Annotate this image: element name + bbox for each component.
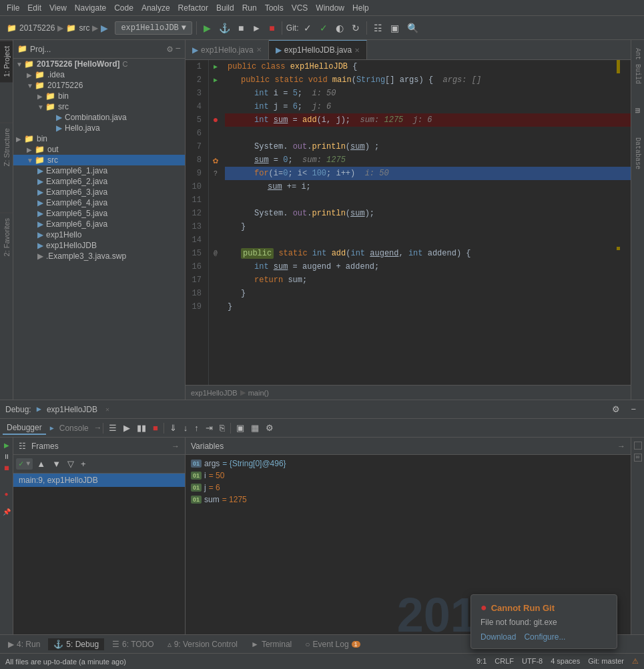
run-to-cursor-btn[interactable]: ⇥ [203,422,216,434]
tree-hello[interactable]: ▶ ▶ Hello.java [13,123,185,133]
status-line-sep[interactable]: CRLF [495,657,514,666]
layout-btn[interactable]: ▦ [248,422,262,434]
database-tab[interactable]: Database [633,132,643,175]
debug-bottom-tab[interactable]: ⚓ 5: Debug [48,638,104,650]
var-j[interactable]: 01 j = 6 [186,482,631,494]
git-update-button[interactable]: ✓ [301,21,314,35]
git-download-link[interactable]: Download [480,632,516,642]
tree-out[interactable]: ▶ 📁 out [13,144,185,155]
watches-btn[interactable]: ▣ [234,422,247,434]
git-configure-link[interactable]: Configure... [524,632,565,642]
terminal-button[interactable]: ▣ [388,21,402,35]
stop-debug-btn[interactable]: ■ [150,422,161,434]
run-button[interactable]: ▶ [201,21,214,35]
coverage-button[interactable]: ■ [236,21,246,35]
frame-add-btn[interactable]: + [78,458,89,470]
debug-pause2-btn[interactable]: ⏸ [1,452,13,462]
debug-minimize-btn[interactable]: − [628,403,639,416]
console-arrow-icon[interactable]: → [95,424,100,433]
menu-vcs[interactable]: VCS [288,2,312,14]
var-i[interactable]: 01 i = 50 [186,470,631,482]
menu-refactor[interactable]: Refactor [174,2,212,14]
tree-exp1hellojdb[interactable]: ▶ exp1HelloJDB [13,240,185,251]
pause-btn[interactable]: ▮▮ [134,422,149,434]
tree-exp1hello[interactable]: ▶ exp1Hello [13,229,185,240]
structure-tab[interactable]: Z: Structure [0,122,13,171]
src-label[interactable]: src [79,23,89,33]
menu-window[interactable]: Window [312,2,348,14]
menu-tools[interactable]: Tools [261,2,288,14]
menu-build[interactable]: Build [212,2,238,14]
panel-settings-icon[interactable]: ⚙ [167,43,172,55]
status-encoding[interactable]: UTF-8 [522,657,543,666]
var-sum[interactable]: 01 sum = 1275 [186,494,631,506]
tree-20175226[interactable]: ▼ 📁 20175226 [13,80,185,91]
tab-close-2[interactable]: ✕ [354,47,360,54]
project-tab[interactable]: 1: Project [0,40,13,82]
menu-analyze[interactable]: Analyze [137,2,174,14]
tree-ex6[interactable]: ▶ Example6_6.java [13,219,185,229]
tree-ex5[interactable]: ▶ Example6_5.java [13,208,185,219]
tree-root[interactable]: ▼ 📁 20175226 [HelloWord] C [13,59,185,69]
breakpoint-dot-8[interactable]: ✿ [213,155,218,166]
var-args[interactable]: 01 args = {String[0]@496} [186,458,631,470]
run-tab[interactable]: ▶ 4: Run [3,638,45,650]
tree-ex1[interactable]: ▶ Example6_1.java [13,165,185,176]
git-revert-button[interactable]: ↻ [349,21,362,35]
tree-src1[interactable]: ▼ 📁 src [13,101,185,112]
frames-arrow-icon[interactable]: → [172,442,180,451]
code-editor[interactable]: 1 2 3 4 5 6 7 8 9 10 11 12 13 14 15 16 1 [186,60,631,385]
breakpoint-dot-5[interactable]: ● [213,115,218,125]
variables-arrow-icon[interactable]: → [617,442,625,451]
tree-ex3[interactable]: ▶ Example6_3.java [13,187,185,197]
event-log-tab[interactable]: ○ Event Log 1 [300,638,365,650]
tree-example3[interactable]: ▶ .Example3_3.java.swp [13,251,185,261]
menu-help[interactable]: Help [348,2,373,14]
gutter-5[interactable]: ● [209,113,222,127]
tree-ex4[interactable]: ▶ Example6_4.java [13,197,185,208]
tab-exp1hellojdb[interactable]: ▶ exp1HelloJDB.java ✕ [269,40,367,59]
frame-down-btn[interactable]: ▼ [49,458,63,470]
tree-combination[interactable]: ▶ ▶ Combination.java [13,112,185,123]
project-window-button[interactable]: ☷ [371,21,385,35]
frame-up-btn[interactable]: ▲ [34,458,48,470]
git-push-button[interactable]: ✓ [317,21,330,35]
version-control-tab[interactable]: ▵ 9: Version Control [162,638,243,650]
settings-debug-btn[interactable]: ⚙ [263,422,276,434]
status-git[interactable]: Git: master [588,657,624,666]
breadcrumb-part-2[interactable]: main() [248,389,269,397]
project-name[interactable]: 20175226 [19,23,55,33]
debug-red2-btn[interactable]: ● [1,489,11,499]
menu-run[interactable]: Run [238,2,261,14]
stop-button[interactable]: ■ [266,21,277,35]
todo-tab[interactable]: ☰ 6: TODO [107,638,159,650]
tree-src2[interactable]: ▼ 📁 src [13,155,185,165]
ant-build-tab[interactable]: Ant Build [633,43,643,89]
debug-button[interactable]: ⚓ [216,21,233,35]
search-button[interactable]: 🔍 [404,21,421,35]
maven-tab[interactable]: m [631,103,644,119]
menu-view[interactable]: View [45,2,71,14]
status-position[interactable]: 9:1 [476,657,487,666]
frame-selected[interactable]: main:9, exp1HelloJDB [13,474,185,487]
evaluate-btn[interactable]: ⎘ [217,422,228,434]
menu-navigate[interactable]: Navigate [71,2,110,14]
tab-exp1hello[interactable]: ▶ exp1Hello.java ✕ [186,40,269,59]
step-out-btn[interactable]: ↑ [192,422,202,434]
debugger-tab[interactable]: Debugger [3,422,46,435]
tree-bin2[interactable]: ▶ 📁 bin [13,133,185,144]
debug-run-btn[interactable]: ▶ [1,440,12,450]
status-indent[interactable]: 4 spaces [551,657,580,666]
tab-close-1[interactable]: ✕ [256,46,262,53]
resume-btn[interactable]: ▶ [121,422,133,434]
favorites-tab[interactable]: 2: Favorites [0,212,13,261]
tree-ex2[interactable]: ▶ Example6_2.java [13,176,185,187]
menu-file[interactable]: File [3,2,23,14]
debug-stop2-btn[interactable]: ⏹ [1,463,13,473]
git-history-button[interactable]: ◐ [333,21,346,35]
step-over-btn[interactable]: ⇓ [167,422,180,434]
breadcrumb-part-1[interactable]: exp1HelloJDB [191,389,238,397]
file-dropdown[interactable]: exp1HelloJDB ▼ [115,21,192,35]
panel-minimize-icon[interactable]: − [176,43,181,55]
console-tab[interactable]: Console [55,422,93,434]
